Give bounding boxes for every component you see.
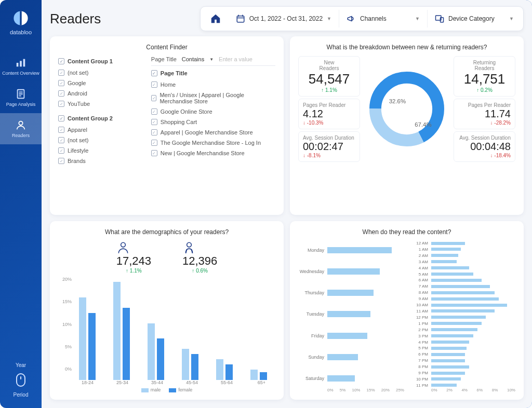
hbar-row: 10 AM xyxy=(409,303,515,307)
hbar-row: 2 PM xyxy=(409,328,515,332)
legend-female: female xyxy=(169,387,192,392)
nav-content-overview[interactable]: Content Overview xyxy=(0,51,42,82)
hbar-row: Tuesday xyxy=(298,310,404,318)
bar-group xyxy=(142,277,169,380)
hbar-row: 3 PM xyxy=(409,334,515,338)
new-asd-delta: ↓ -8.1% xyxy=(303,153,355,158)
filter-field-label: Page Title xyxy=(151,56,177,62)
checklist-item[interactable]: ✓Shopping Cart xyxy=(151,117,275,127)
content-group-1-heading[interactable]: ✓Content Group 1 xyxy=(58,58,141,64)
svg-rect-9 xyxy=(237,16,244,22)
checkmark-icon: ✓ xyxy=(151,95,157,101)
weekday-chart: MondayWednesdayThursdayTuesdayFridaySund… xyxy=(298,241,404,392)
ret-ppr-value: 11.74 xyxy=(458,108,511,120)
checklist-item[interactable]: ✓(not set) xyxy=(58,67,141,78)
svg-point-21 xyxy=(187,242,192,247)
checkmark-icon: ✓ xyxy=(58,147,64,154)
hbar-row: Saturday xyxy=(298,375,404,382)
svg-rect-3 xyxy=(23,59,25,67)
home-icon xyxy=(210,13,221,24)
stat-label: Pages Per Reader xyxy=(303,102,355,108)
content-group-2-heading[interactable]: ✓Content Group 2 xyxy=(58,115,141,121)
chevron-down-icon: ▼ xyxy=(415,16,420,21)
hbar-row: 2 AM xyxy=(409,253,515,258)
devices-icon xyxy=(435,14,444,23)
new-asd-value: 00:02:47 xyxy=(303,141,355,153)
checkmark-icon: ✓ xyxy=(58,58,64,64)
checklist-item[interactable]: ✓Google Online Store xyxy=(151,106,275,117)
checkmark-icon: ✓ xyxy=(58,70,64,76)
checkmark-icon: ✓ xyxy=(151,119,157,125)
checklist-item[interactable]: ✓The Google Merchandise Store - Log In xyxy=(151,138,275,148)
header: Readers Oct 1, 2022 - Oct 31, 2022 ▼ Cha… xyxy=(50,6,524,31)
date-range-selector[interactable]: Oct 1, 2022 - Oct 31, 2022 ▼ xyxy=(229,10,339,28)
checklist-item[interactable]: ✓Google xyxy=(58,78,141,88)
hbar-row: 7 PM xyxy=(409,358,515,363)
hbar-row: Sunday xyxy=(298,353,404,361)
filter-bar: Oct 1, 2022 - Oct 31, 2022 ▼ Channels ▼ … xyxy=(200,6,524,31)
hbar-row: 5 PM xyxy=(409,346,515,350)
page-title-filter[interactable]: Page Title Contains ▼ Enter a value xyxy=(151,56,275,66)
toggle-year-label: Year xyxy=(16,362,26,368)
checklist-item[interactable]: ✓YouTube xyxy=(58,99,141,109)
male-readers-stat: 17,243 ↑ 1.1% xyxy=(116,241,151,274)
ret-asd-value: 00:04:48 xyxy=(458,141,511,153)
nav-readers[interactable]: Readers xyxy=(0,113,42,144)
bar-group xyxy=(108,277,135,380)
checklist-item[interactable]: ✓Home xyxy=(151,79,275,90)
checklist-item[interactable]: ✓Android xyxy=(58,88,141,99)
svg-text:67.4%: 67.4% xyxy=(415,121,431,128)
dashboard-grid: Content Finder ✓Content Group 1 ✓(not se… xyxy=(50,36,524,400)
card-title: Content Finder xyxy=(58,44,275,51)
checklist-item[interactable]: ✓Apparel xyxy=(58,125,141,135)
filter-operator[interactable]: Contains xyxy=(182,56,204,62)
ret-asd-block: Avg. Session Duration 00:04:48 ↓ -18.4% xyxy=(454,131,515,162)
checkmark-icon: ✓ xyxy=(58,137,64,143)
device-selector[interactable]: Device Category ▼ xyxy=(428,10,521,28)
logo-icon xyxy=(12,9,30,27)
stat-label: Pages Per Reader xyxy=(458,102,511,108)
hbar-row: 5 AM xyxy=(409,272,515,277)
svg-text:32.6%: 32.6% xyxy=(389,98,406,104)
checkmark-icon: ✓ xyxy=(151,81,157,88)
date-range-label: Oct 1, 2022 - Oct 31, 2022 xyxy=(249,15,323,22)
device-label: Device Category xyxy=(448,15,495,22)
demographics-bar-chart: 20%15%10%5%0% 18-2425-3435-4445-5455-646… xyxy=(58,277,275,392)
period-toggle[interactable]: Year Period xyxy=(14,362,29,408)
readers-donut-chart: 32.6% 67.4% xyxy=(365,56,448,162)
toggle-period-label: Period xyxy=(14,392,29,398)
checkmark-icon: ✓ xyxy=(58,127,64,133)
checklist-item[interactable]: ✓Men's / Unisex | Apparel | Google Merch… xyxy=(151,90,275,106)
checklist-item[interactable]: ✓Lifestyle xyxy=(58,145,141,156)
app-frame: databloo Content Overview Page Analysis … xyxy=(0,0,532,408)
checklist-item[interactable]: ✓Apparel | Google Merchandise Store xyxy=(151,127,275,138)
card-title: What is the breakdown between new & retu… xyxy=(298,44,515,51)
nav-page-analysis[interactable]: Page Analysis xyxy=(0,82,42,113)
page-title-heading[interactable]: ✓Page Title xyxy=(151,70,275,76)
calendar-icon xyxy=(236,14,245,23)
sidebar: databloo Content Overview Page Analysis … xyxy=(0,0,42,408)
nav-label: Page Analysis xyxy=(6,102,36,107)
card-title: What are the demographics of your reader… xyxy=(58,228,275,236)
female-count: 12,396 xyxy=(182,254,217,268)
checklist-item[interactable]: ✓Brands xyxy=(58,156,141,166)
hbar-row: 4 PM xyxy=(409,340,515,345)
checkmark-icon: ✓ xyxy=(151,70,157,76)
female-readers-stat: 12,396 ↑ 0.6% xyxy=(182,241,217,274)
hbar-row: 8 AM xyxy=(409,290,515,295)
new-vs-returning-card: What is the breakdown between new & retu… xyxy=(290,36,524,215)
checklist-item[interactable]: ✓New | Google Merchandise Store xyxy=(151,148,275,158)
channels-selector[interactable]: Channels ▼ xyxy=(339,10,428,28)
card-title: When do they read the content? xyxy=(298,228,515,236)
user-icon xyxy=(15,119,26,131)
filter-value-input[interactable]: Enter a value xyxy=(219,56,275,62)
female-delta: ↑ 0.6% xyxy=(182,268,217,274)
hbar-row: 12 AM xyxy=(409,241,515,246)
home-button[interactable] xyxy=(203,9,229,29)
checklist-item[interactable]: ✓(not set) xyxy=(58,135,141,145)
hbar-row: 6 AM xyxy=(409,278,515,282)
chevron-down-icon: ▼ xyxy=(327,16,331,21)
new-ppr-value: 4.12 xyxy=(303,108,355,120)
new-readers-delta: ↑ 1.1% xyxy=(303,87,355,93)
hbar-row: 3 AM xyxy=(409,260,515,264)
